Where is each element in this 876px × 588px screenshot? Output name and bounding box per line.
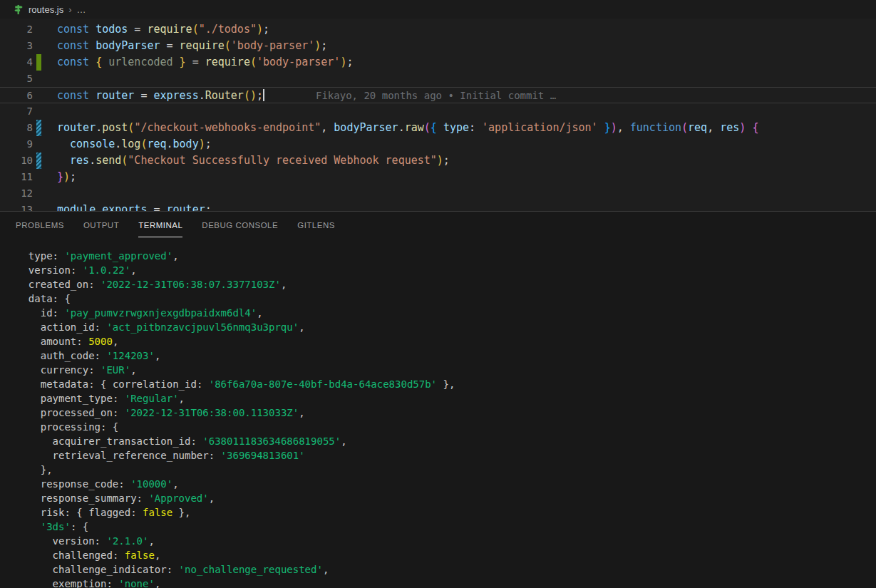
code-line-12[interactable]: 12 [0,185,876,202]
code-line-11[interactable]: 11}); [0,169,876,185]
terminal-line: id: 'pay_pumvzrwgxnjexgdbpaidxm6dl4', [16,306,876,320]
token: const [57,39,89,52]
token: req [147,138,166,150]
code-line-9[interactable]: 9 console.log(req.body); [0,136,876,153]
token: , [172,250,178,262]
line-number[interactable]: 10 [0,153,33,169]
token: = [140,19,160,19]
token: res [70,154,89,167]
line-number[interactable]: 9 [0,136,33,153]
token: , [130,264,136,276]
code-text: const bodyParser = require('body-parser'… [57,38,327,54]
token: raw [405,121,424,134]
token: ; [257,89,263,102]
token: ( [424,121,431,134]
line-number[interactable]: 11 [0,169,33,185]
token: post [102,121,128,134]
token: : [71,264,83,276]
token: amount [41,336,77,347]
code-line-10[interactable]: 10 res.send("Checkout Successfully recei… [0,153,876,169]
token: router [167,203,205,211]
line-number[interactable]: 8 [0,120,33,136]
token: 'no_challenge_requested' [179,564,323,575]
token: ) [314,39,321,52]
token: ; [346,56,353,68]
token: const [57,23,89,36]
code-text: const { urlencoded } = require('body-par… [57,54,353,71]
terminal-line: retrieval_reference_number: '36969481360… [16,448,876,463]
token: ( [121,154,128,167]
gutter-modified-indicator[interactable] [36,120,41,136]
panel-tab-output[interactable]: OUTPUT [83,212,119,237]
token: : [209,450,221,461]
token: false [143,507,172,518]
breadcrumb-file[interactable]: routes.js [29,4,63,15]
panel-tab-terminal[interactable]: TERMINAL [138,212,182,237]
token: router [96,89,134,102]
code-line-5[interactable]: 5 [0,71,876,87]
token: : [113,393,125,404]
token: ; [276,19,282,19]
token: : [190,435,202,447]
token: , [113,336,118,347]
gutter-modified-indicator[interactable] [36,153,41,169]
panel-tab-problems[interactable]: PROBLEMS [16,212,64,237]
token: ) [257,23,263,36]
token: const [57,56,89,68]
panel-tab-gitlens[interactable]: GITLENS [297,212,335,237]
terminal-output[interactable]: type: 'payment_approved', version: '1.0.… [0,237,876,588]
token: , [257,307,262,319]
token: } [180,56,186,68]
token: challenge_indicator [53,564,167,575]
breadcrumb[interactable]: routes.js › … [0,0,876,19]
token: ) [437,154,443,167]
token: require [205,56,250,68]
code-line-3[interactable]: 3const bodyParser = require('body-parser… [0,38,876,54]
token [598,121,604,134]
git-blame-annotation[interactable]: Fikayo, 20 months ago • Initial commit … [264,90,556,101]
code-line-7[interactable]: 7 [0,103,876,120]
code-line-6[interactable]: 6const router = express.Router();Fikayo,… [0,87,876,103]
code-text: }); [57,169,76,185]
token: : [118,478,130,490]
code-line-8[interactable]: 8router.post("/checkout-webhooks-endpoin… [0,120,876,136]
code-line-13[interactable]: 13module.exports = router; [0,202,876,211]
token: currency [41,364,88,376]
line-number[interactable]: 4 [0,54,33,71]
token: version [29,264,71,276]
code-editor[interactable]: 1const express = require("express");2con… [0,19,876,211]
token: payment_type [41,393,113,404]
breadcrumb-symbol[interactable]: … [76,4,86,15]
token: '1.0.22' [83,264,130,276]
code-line-4[interactable]: 4const { urlencoded } = require('body-pa… [0,54,876,71]
token: response_summary [41,492,137,504]
token: '369694813601' [221,450,305,461]
line-number[interactable]: 2 [0,21,33,38]
panel-tab-debug-console[interactable]: DEBUG CONSOLE [202,212,278,237]
token: '2022-12-31T06:38:00.113033Z' [125,407,299,418]
route-file-icon [13,4,24,15]
token: id [41,307,53,319]
token: ; [443,154,450,167]
token: bodyParser [334,121,398,134]
code-line-2[interactable]: 2const todos = require("./todos"); [0,21,876,38]
token: : { [53,293,71,304]
token: "./todos" [199,23,257,36]
line-number[interactable]: 5 [0,71,33,87]
token: : [95,535,107,547]
token: created_on [29,279,88,290]
line-number[interactable]: 7 [0,103,33,120]
line-number[interactable]: 3 [0,38,33,54]
token: retrieval_reference_number [53,450,209,461]
terminal-line: amount: 5000, [16,334,876,349]
token: , [323,564,329,575]
terminal-line: processing: { [16,420,876,434]
line-number[interactable]: 6 [0,88,33,104]
chevron-right-icon: › [68,4,71,15]
gutter-added-indicator[interactable] [36,54,41,71]
line-number[interactable]: 12 [0,185,33,202]
line-number[interactable]: 13 [0,202,33,211]
token: response_code [41,478,119,490]
token: : { [88,378,113,390]
token: ) [63,170,70,183]
